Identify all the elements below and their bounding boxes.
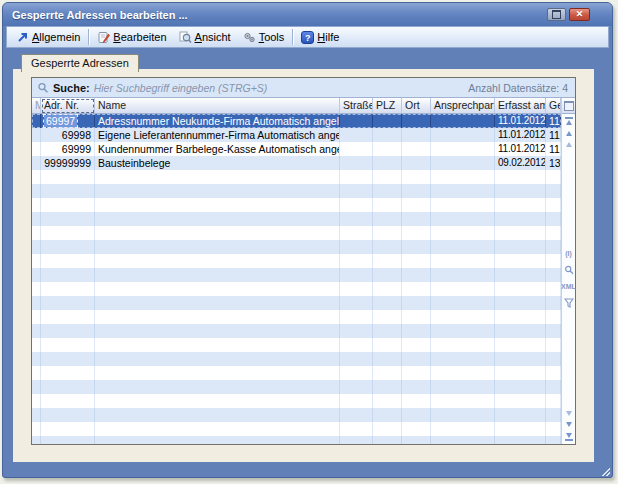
table-row[interactable] [32, 240, 561, 254]
page-down-button[interactable] [566, 411, 572, 416]
gears-icon [243, 31, 256, 44]
grid-panel: Suche: Anzahl Datensätze: 4 M Adr. Nr. N… [31, 77, 576, 445]
grid-rows: 69997 Adressnummer Neukunde-Firma Automa… [32, 114, 561, 444]
close-button[interactable]: ✕ [569, 8, 590, 21]
table-row[interactable] [32, 170, 561, 184]
table-row[interactable] [32, 226, 561, 240]
record-count: Anzahl Datensätze: 4 [468, 82, 570, 94]
column-chooser-button[interactable] [562, 98, 575, 114]
table-row[interactable]: 69999 Kundennummer Barbelege-Kasse Autom… [32, 142, 561, 156]
grid-header-row: M Adr. Nr. Name Straße PLZ Ort Ansprechp… [32, 98, 561, 114]
menu-item-bearbeiten[interactable]: Bearbeiten [91, 28, 172, 46]
table-row[interactable]: 69997 Adressnummer Neukunde-Firma Automa… [32, 114, 561, 128]
table-row[interactable] [32, 394, 561, 408]
table-row[interactable] [32, 254, 561, 268]
help-question-icon: ? [301, 31, 314, 44]
table-row[interactable] [32, 184, 561, 198]
menu-item-ansicht[interactable]: Ansicht [173, 28, 237, 46]
table-row[interactable] [32, 268, 561, 282]
maximize-button[interactable] [547, 8, 566, 21]
column-header-ort[interactable]: Ort [402, 98, 431, 114]
column-header-strasse[interactable]: Straße [340, 98, 373, 114]
table-row[interactable] [32, 352, 561, 366]
menu-item-hilfe[interactable]: ? Hilfe [295, 28, 345, 46]
table-row[interactable] [32, 310, 561, 324]
scroll-to-top-button[interactable] [565, 117, 573, 125]
menu-item-allgemein[interactable]: Allgemein [10, 28, 86, 46]
search-label: Suche: [53, 82, 90, 94]
scroll-down-button[interactable] [566, 422, 572, 427]
grid-scroll-strip: (I) XML [561, 98, 575, 444]
column-header-erfasst-am[interactable]: Erfasst am [495, 98, 546, 114]
column-header-adr-nr[interactable]: Adr. Nr. [41, 98, 95, 114]
table-row[interactable] [32, 380, 561, 394]
title-bar[interactable]: Gesperrte Adressen bearbeiten ... ✕ [3, 3, 612, 26]
table-row[interactable] [32, 338, 561, 352]
column-chooser-icon [564, 101, 574, 111]
page-up-button[interactable] [566, 142, 572, 147]
column-header-name[interactable]: Name [95, 98, 340, 114]
menu-item-tools[interactable]: Tools [237, 28, 291, 46]
view-magnifier-icon [179, 31, 192, 44]
table-row[interactable]: 99999999 Bausteinbelege 09.02.2012 13. [32, 156, 561, 170]
scroll-to-bottom-button[interactable] [565, 433, 573, 441]
table-row[interactable] [32, 436, 561, 444]
table-row[interactable] [32, 324, 561, 338]
search-input[interactable] [94, 82, 465, 94]
maximize-icon [552, 10, 561, 19]
filter-icon[interactable] [564, 298, 574, 308]
xml-export-icon[interactable]: XML [561, 283, 576, 290]
data-grid: M Adr. Nr. Name Straße PLZ Ort Ansprechp… [32, 98, 575, 444]
table-row[interactable] [32, 296, 561, 310]
column-header-plz[interactable]: PLZ [373, 98, 402, 114]
column-header-ansprechpartner[interactable]: Ansprechpartner [431, 98, 495, 114]
column-header-geaendert[interactable]: Ge [546, 98, 561, 114]
table-row[interactable] [32, 198, 561, 212]
tab-gesperrte-adressen[interactable]: Gesperrte Adressen [21, 54, 139, 72]
table-row[interactable] [32, 422, 561, 436]
tab-page: Suche: Anzahl Datensätze: 4 M Adr. Nr. N… [13, 69, 594, 462]
table-row[interactable] [32, 282, 561, 296]
arrow-up-right-icon [16, 31, 29, 44]
menu-bar: Allgemein Bearbeiten Ansicht Tools ? Hil… [6, 26, 609, 48]
focused-cell[interactable]: 69997 [44, 115, 77, 127]
scroll-up-button[interactable] [566, 131, 572, 136]
search-icon [37, 82, 49, 94]
grid-search-icon[interactable] [564, 265, 574, 275]
table-row[interactable] [32, 408, 561, 422]
menu-separator [292, 29, 293, 45]
window-title: Gesperrte Adressen bearbeiten ... [12, 9, 547, 21]
edit-notebook-icon [97, 31, 110, 44]
app-window: Gesperrte Adressen bearbeiten ... ✕ Allg… [2, 2, 613, 478]
table-row[interactable] [32, 212, 561, 226]
table-row[interactable] [32, 366, 561, 380]
search-bar: Suche: Anzahl Datensätze: 4 [32, 78, 575, 98]
column-header-marker[interactable]: M [32, 98, 41, 114]
content-area: Gesperrte Adressen Suche: Anzahl Datensä… [3, 49, 612, 477]
table-row[interactable]: 69998 Eigene Lieferantennummer-Firma Aut… [32, 128, 561, 142]
band-options-icon[interactable]: (I) [565, 250, 572, 257]
menu-separator [88, 29, 89, 45]
resize-grip[interactable] [602, 468, 610, 476]
